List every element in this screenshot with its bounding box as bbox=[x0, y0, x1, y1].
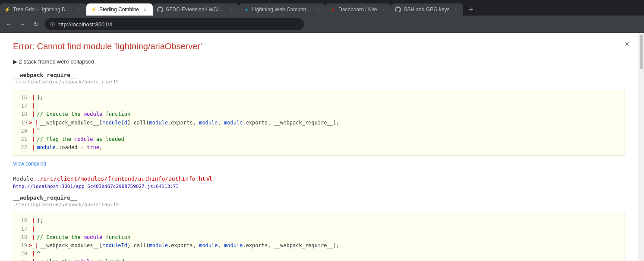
code-line-highlight: 19 > | __webpack_modules__[moduleId].cal… bbox=[19, 119, 619, 127]
tab-favicon-5: ● bbox=[330, 6, 336, 13]
code-block-2: 16 | }; 17 | 18 | // Execute the module … bbox=[13, 213, 625, 261]
section-title-1: __webpack_require__ bbox=[13, 72, 625, 78]
code-line-highlight: 19 > | __webpack_modules__[moduleId].cal… bbox=[19, 242, 619, 250]
code-line: 18 | // Execute the module function bbox=[19, 233, 619, 242]
address-bar: ← → ↻ ⓘ http://localhost:3001/# bbox=[0, 16, 644, 33]
code-line: 21 | // Flag the module as loaded bbox=[19, 258, 619, 261]
tab-ssh-gpg[interactable]: SSH and GPG keys × bbox=[391, 3, 463, 16]
tab-label-6: SSH and GPG keys bbox=[404, 6, 449, 13]
tab-label-1: Tree Grid - Lightning Design Syst bbox=[13, 6, 73, 13]
code-line: 20 | ^ bbox=[19, 250, 619, 258]
tab-bar: ⚡ Tree Grid - Lightning Design Syst × ⚡ … bbox=[0, 0, 644, 16]
forward-button[interactable]: → bbox=[17, 19, 28, 29]
tab-favicon-3 bbox=[157, 6, 163, 13]
tab-tree-grid[interactable]: ⚡ Tree Grid - Lightning Design Syst × bbox=[0, 3, 86, 16]
tab-label-2: Sterling Combine bbox=[99, 6, 139, 13]
page-content: × Error: Cannot find module 'lightning/a… bbox=[0, 33, 644, 261]
tab-lwc[interactable]: ● Lightning Web Components Ope × bbox=[239, 3, 325, 16]
code-line: 17 | bbox=[19, 225, 619, 233]
stack-collapsed-text: ▶ 2 stack frames were collapsed. bbox=[13, 58, 96, 65]
tab-sterling-combine[interactable]: ⚡ Sterling Combine × bbox=[86, 3, 153, 16]
module-path: Module../src/client/modules/frontend/aut… bbox=[13, 175, 625, 182]
tab-close-3[interactable]: × bbox=[228, 6, 235, 13]
reload-button[interactable]: ↻ bbox=[31, 19, 41, 29]
module-url[interactable]: http://localhost:3001/app-5c403bd67c2908… bbox=[13, 184, 625, 189]
view-compiled-1[interactable]: View compiled bbox=[13, 161, 625, 167]
code-line: 21 | // Flag the module as loaded bbox=[19, 135, 619, 143]
main-content: × Error: Cannot find module 'lightning/a… bbox=[0, 33, 638, 261]
code-line: 16 | }; bbox=[19, 216, 619, 225]
tab-close-2[interactable]: × bbox=[142, 6, 148, 13]
tab-kite[interactable]: ● Dashboard / Kite × bbox=[325, 3, 391, 16]
lock-icon: ⓘ bbox=[50, 21, 55, 28]
section-title-2: __webpack_require__ bbox=[13, 194, 625, 201]
stack-collapsed[interactable]: ▶ 2 stack frames were collapsed. bbox=[13, 58, 625, 65]
url-bar[interactable]: ⓘ http://localhost:3001/# bbox=[45, 18, 304, 30]
scrollbar[interactable] bbox=[638, 33, 644, 261]
code-line: 22 | module.loaded = true; bbox=[19, 143, 619, 152]
tab-favicon-2: ⚡ bbox=[91, 6, 97, 13]
close-button[interactable]: × bbox=[625, 40, 629, 49]
code-block-1: 16 | }; 17 | 18 | // Execute the module … bbox=[13, 90, 625, 156]
tab-close-6[interactable]: × bbox=[452, 6, 459, 13]
scrollbar-thumb[interactable] bbox=[640, 35, 643, 69]
code-line: 17 | bbox=[19, 102, 619, 110]
code-line: 16 | }; bbox=[19, 94, 619, 102]
tab-sfdc-extension[interactable]: SFDC-Extension-LWC/recordDeta × bbox=[153, 3, 239, 16]
tab-close-1[interactable]: × bbox=[75, 6, 82, 13]
section-subtitle-1: .sterlingCombine/webpack/bootstrap:19 bbox=[13, 79, 625, 85]
tab-favicon-6 bbox=[395, 6, 401, 13]
new-tab-button[interactable]: + bbox=[465, 3, 477, 16]
error-title: Error: Cannot find module 'lightning/ari… bbox=[13, 41, 625, 51]
tab-favicon-4: ● bbox=[243, 6, 249, 13]
tab-close-4[interactable]: × bbox=[314, 6, 321, 13]
code-line: 18 | // Execute the module function bbox=[19, 110, 619, 118]
code-line: 20 | ^ bbox=[19, 127, 619, 135]
browser-chrome: ⚡ Tree Grid - Lightning Design Syst × ⚡ … bbox=[0, 0, 644, 33]
tab-label-4: Lightning Web Components Ope bbox=[252, 6, 312, 13]
tab-label-5: Dashboard / Kite bbox=[338, 6, 377, 13]
section-subtitle-2: .sterlingCombine/webpack/bootstrap:19 bbox=[13, 202, 625, 207]
back-button[interactable]: ← bbox=[3, 19, 14, 29]
tab-label-3: SFDC-Extension-LWC/recordDeta bbox=[166, 6, 225, 13]
tab-close-5[interactable]: × bbox=[379, 6, 386, 13]
url-text: http://localhost:3001/# bbox=[57, 21, 112, 28]
tab-favicon-1: ⚡ bbox=[4, 6, 10, 13]
